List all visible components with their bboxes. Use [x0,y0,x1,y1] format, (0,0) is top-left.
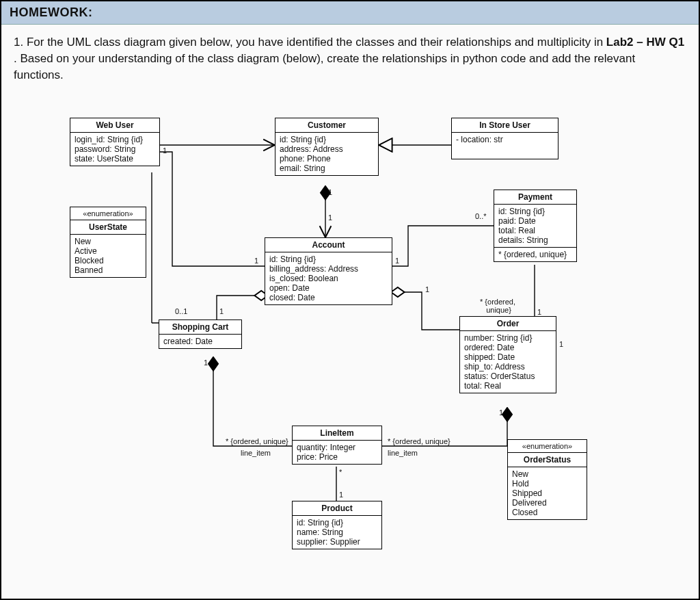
li-left-constraint: * {ordered, unique} [226,437,288,445]
role-line-item-right: line_item [388,449,418,457]
class-web-user: Web User login_id: String {id} password:… [70,118,160,166]
payment-constraint: * {ordered, unique} [494,248,576,261]
page-root: HOMEWORK: 1. For the UML class diagram g… [0,0,700,600]
class-title: Account [265,238,392,252]
enum-user-state: «enumeration» UserState New Active Block… [70,207,146,278]
question-text: 1. For the UML class diagram given below… [1,25,699,90]
enum-order-status: «enumeration» OrderStatus New Hold Shipp… [507,439,587,520]
mult: 1 [395,257,399,265]
role-line-item-left: line_item [241,449,271,457]
class-title: Product [293,501,381,516]
mult: 1 [425,285,429,294]
class-shopping-cart: Shopping Cart created: Date [159,319,242,349]
class-attrs: id: String {id} name: String supplier: S… [293,516,381,549]
class-attrs: id: String {id} paid: Date total: Real d… [494,205,576,248]
homework-title: HOMEWORK: [10,5,690,20]
mult: 1 [163,146,167,155]
mult: * [339,468,342,476]
question-number: 1. [14,36,23,49]
stereotype: «enumeration» [70,207,146,220]
class-attrs: quantity: Integer price: Price [293,441,381,464]
class-order: Order number: String {id} ordered: Date … [459,316,556,393]
enum-title: UserState [70,220,146,235]
li-right-constraint: * {ordered, unique} [388,437,450,445]
mult: 1 [328,213,332,222]
mult: 1 [204,358,208,367]
mult: 1 [499,408,503,417]
class-customer: Customer id: String {id} address: Addres… [275,118,379,176]
class-attrs: - location: str [452,133,558,159]
class-attrs: created: Date [159,335,241,348]
class-title: LineItem [293,426,381,441]
intro-text-2: . Based on your understanding of the cla… [14,52,635,81]
stereotype: «enumeration» [508,440,587,453]
class-attrs: id: String {id} address: Address phone: … [275,133,378,175]
class-title: In Store User [452,118,558,133]
class-in-store-user: In Store User - location: str [451,118,558,159]
class-title: Payment [494,190,576,205]
intro-text-1: For the UML class diagram given below, y… [27,36,606,49]
homework-banner: HOMEWORK: [1,1,699,25]
mult: 1 [254,257,258,265]
class-title: Web User [70,118,159,133]
class-title: Order [460,317,556,331]
uml-canvas: Web User login_id: String {id} password:… [29,111,674,590]
mult: 0..1 [175,307,187,315]
mult: 1 [339,491,343,499]
order-constraint: * {ordered, unique} [480,298,515,314]
enum-values: New Hold Shipped Delivered Closed [508,467,587,519]
mult: 1 [559,340,563,348]
mult: 1 [328,188,332,196]
class-product: Product id: String {id} name: String sup… [292,501,382,549]
class-line-item: LineItem quantity: Integer price: Price [292,426,382,465]
class-attrs: login_id: String {id} password: String s… [70,133,159,166]
enum-values: New Active Blocked Banned [70,235,146,277]
mult: 1 [537,308,541,316]
class-title: Shopping Cart [159,320,241,335]
class-account: Account id: String {id} billing_address:… [265,237,392,305]
intro-bold: Lab2 – HW Q1 [606,36,684,49]
enum-title: OrderStatus [508,453,587,467]
mult: 1 [219,307,224,315]
class-attrs: number: String {id} ordered: Date shippe… [460,331,556,393]
mult: 0..* [475,212,487,220]
class-payment: Payment id: String {id} paid: Date total… [494,190,577,262]
class-attrs: id: String {id} billing_address: Address… [265,252,392,304]
class-title: Customer [275,118,378,133]
